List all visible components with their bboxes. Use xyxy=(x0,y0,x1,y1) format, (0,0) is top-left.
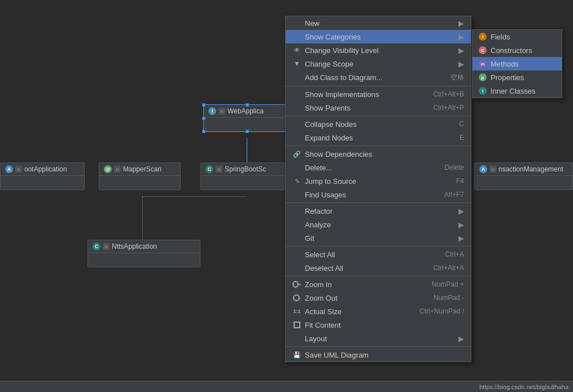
menu-label-layout: Layout xyxy=(305,334,456,343)
menu-item-zoom-in[interactable]: + Zoom In NumPad + xyxy=(286,278,471,291)
menu-item-collapse-nodes[interactable]: Collapse Nodes C xyxy=(286,117,471,131)
node-label: nsactionManagement xyxy=(498,165,563,173)
connector-line xyxy=(247,138,247,162)
find-usages-icon xyxy=(292,190,301,199)
expand-icon xyxy=(292,133,301,142)
menu-item-show-dependencies[interactable]: 🔗 Show Dependencies xyxy=(286,147,471,161)
show-impl-icon xyxy=(292,90,301,99)
menu-label-add-class: Add Class to Diagram... xyxy=(305,73,439,82)
menu-label-change-scope: Change Scope xyxy=(305,60,456,68)
menu-label-refactor: Refactor xyxy=(305,207,456,215)
class-node-bootapplication[interactable]: A n ootApplication xyxy=(0,162,85,190)
menu-separator xyxy=(286,276,471,276)
menu-item-change-scope[interactable]: ▼ Change Scope ▶ xyxy=(286,57,471,71)
submenu-item-inner-classes[interactable]: I Inner Classes xyxy=(473,84,562,98)
shortcut-jump: F4 xyxy=(456,177,464,185)
context-menu: New ▶ Show Categories ▶ f Fields C Const… xyxy=(285,16,471,362)
submenu-item-fields[interactable]: f Fields xyxy=(473,30,562,43)
selection-handle xyxy=(202,130,205,133)
menu-item-git[interactable]: Git ▶ xyxy=(286,231,471,245)
menu-item-show-implementations[interactable]: Show Implementations Ctrl+Alt+B xyxy=(286,87,471,101)
menu-item-deselect-all[interactable]: Deselect All Ctrl+Alt+A xyxy=(286,261,471,275)
menu-label-show-implementations: Show Implementations xyxy=(305,90,422,99)
save-uml-icon: 💾 xyxy=(292,350,301,359)
menu-label-zoom-out: Zoom Out xyxy=(305,294,422,302)
menu-label-collapse-nodes: Collapse Nodes xyxy=(305,120,448,129)
shortcut-add-class: 空格 xyxy=(450,73,464,82)
submenu-show-categories: f Fields C Constructors m Methods xyxy=(472,29,562,98)
node-icon: A xyxy=(479,165,487,173)
submenu-item-methods[interactable]: m Methods xyxy=(473,57,562,71)
class-node-springbootsc[interactable]: C n SpringBootSc xyxy=(200,162,288,190)
connector-line xyxy=(142,196,247,197)
menu-label-fit-content: Fit Content xyxy=(305,321,464,329)
submenu-label-properties: Properties xyxy=(491,73,556,82)
submenu-arrow: ▶ xyxy=(458,207,464,215)
fit-content-icon xyxy=(292,320,301,329)
menu-label-jump-to-source: Jump to Source xyxy=(305,177,445,186)
filter-icon: ▼ xyxy=(292,59,301,68)
menu-label-change-visibility: Change Visibility Level xyxy=(305,46,456,55)
selection-handle xyxy=(202,103,205,107)
menu-item-save-uml[interactable]: 💾 Save UML Diagram xyxy=(286,348,471,362)
class-node-nttsapplication[interactable]: C n NttsApplication xyxy=(88,240,200,267)
menu-label-expand-nodes: Expand Nodes xyxy=(305,134,448,142)
menu-label-save-uml: Save UML Diagram xyxy=(305,351,464,359)
shortcut-show-impl: Ctrl+Alt+B xyxy=(433,90,464,98)
menu-separator xyxy=(286,246,471,246)
submenu-item-constructors[interactable]: C Constructors xyxy=(473,43,562,57)
menu-item-find-usages[interactable]: Find Usages Alt+F7 xyxy=(286,188,471,201)
menu-item-jump-to-source[interactable]: ✎ Jump to Source F4 xyxy=(286,174,471,188)
class-node-mapperscan[interactable]: @ n MapperScan xyxy=(99,162,181,190)
class-node-webapplica[interactable]: I n WebApplica xyxy=(203,104,291,132)
git-icon xyxy=(292,234,301,243)
menu-item-show-categories[interactable]: Show Categories ▶ f Fields C Constructor… xyxy=(286,30,471,43)
menu-item-actual-size[interactable]: 1:1 Actual Size Ctrl+NumPad / xyxy=(286,305,471,318)
select-all-icon xyxy=(292,250,301,259)
methods-icon: m xyxy=(478,59,487,68)
node-label: SpringBootSc xyxy=(225,165,266,173)
refactor-icon xyxy=(292,206,301,215)
menu-item-analyze[interactable]: Analyze ▶ xyxy=(286,218,471,231)
menu-label-git: Git xyxy=(305,234,456,243)
link-icon: 🔗 xyxy=(292,149,301,158)
deselect-all-icon xyxy=(292,263,301,272)
jump-icon: ✎ xyxy=(292,177,301,186)
menu-label-actual-size: Actual Size xyxy=(305,307,408,316)
menu-item-delete[interactable]: Delete... Delete xyxy=(286,161,471,174)
shortcut-collapse: C xyxy=(459,120,464,128)
submenu-arrow: ▶ xyxy=(458,46,464,55)
menu-separator xyxy=(286,146,471,146)
menu-item-refactor[interactable]: Refactor ▶ xyxy=(286,204,471,218)
submenu-label-fields: Fields xyxy=(491,33,556,41)
submenu-arrow: ▶ xyxy=(458,234,464,243)
menu-label-new: New xyxy=(305,19,456,28)
class-node-transactionmanagement[interactable]: A n nsactionManagement xyxy=(474,162,573,190)
menu-separator xyxy=(286,116,471,116)
submenu-item-properties[interactable]: p Properties xyxy=(473,71,562,84)
menu-item-expand-nodes[interactable]: Expand Nodes E xyxy=(286,131,471,144)
menu-item-zoom-out[interactable]: - Zoom Out NumPad - xyxy=(286,291,471,305)
zoom-out-icon: - xyxy=(292,293,301,302)
menu-item-change-visibility[interactable]: 👁 Change Visibility Level ▶ xyxy=(286,43,471,57)
menu-separator xyxy=(286,202,471,203)
menu-item-layout[interactable]: Layout ▶ xyxy=(286,332,471,345)
submenu-arrow: ▶ xyxy=(458,221,464,229)
menu-label-delete: Delete... xyxy=(305,164,433,172)
node-icon: I xyxy=(208,107,216,115)
node-icon: A xyxy=(5,165,13,173)
menu-item-new[interactable]: New ▶ xyxy=(286,16,471,30)
submenu-label-constructors: Constructors xyxy=(491,46,556,55)
menu-item-fit-content[interactable]: Fit Content xyxy=(286,318,471,332)
menu-label-analyze: Analyze xyxy=(305,221,456,229)
fields-icon: f xyxy=(478,32,487,41)
menu-item-select-all[interactable]: Select All Ctrl+A xyxy=(286,248,471,261)
connector-line xyxy=(142,196,143,240)
submenu-label-inner-classes: Inner Classes xyxy=(491,87,556,95)
status-bar: https://blog.csdn.net/bigbullhaha xyxy=(0,381,573,392)
menu-item-add-class[interactable]: Add Class to Diagram... 空格 xyxy=(286,71,471,85)
shortcut-zoom-in: NumPad + xyxy=(432,280,464,288)
submenu-arrow: ▶ xyxy=(458,19,464,28)
menu-label-show-dependencies: Show Dependencies xyxy=(305,150,464,158)
menu-item-show-parents[interactable]: Show Parents Ctrl+Alt+P xyxy=(286,101,471,114)
